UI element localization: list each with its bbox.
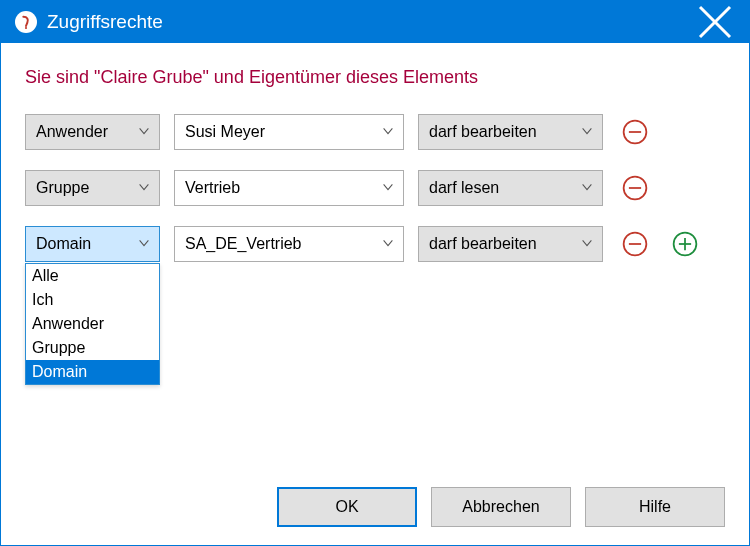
permission-row: Anwender Susi Meyer darf bearbeiten bbox=[25, 114, 725, 150]
permission-select-label: darf bearbeiten bbox=[429, 123, 580, 141]
permission-select[interactable]: darf lesen bbox=[418, 170, 603, 206]
chevron-down-icon bbox=[137, 180, 151, 197]
chevron-down-icon bbox=[381, 236, 395, 253]
remove-row-button[interactable] bbox=[617, 170, 653, 206]
permission-select-label: darf bearbeiten bbox=[429, 235, 580, 253]
window-title: Zugriffsrechte bbox=[47, 11, 695, 33]
add-row-button[interactable] bbox=[667, 226, 703, 262]
permission-select[interactable]: darf bearbeiten bbox=[418, 114, 603, 150]
ok-button[interactable]: OK bbox=[277, 487, 417, 527]
type-select[interactable]: Gruppe bbox=[25, 170, 160, 206]
dialog-footer: OK Abbrechen Hilfe bbox=[25, 469, 725, 527]
chevron-down-icon bbox=[580, 124, 594, 141]
target-select-label: SA_DE_Vertrieb bbox=[185, 235, 381, 253]
minus-circle-icon bbox=[621, 118, 649, 146]
type-option[interactable]: Domain bbox=[26, 360, 159, 384]
chevron-down-icon bbox=[381, 180, 395, 197]
permission-select[interactable]: darf bearbeiten bbox=[418, 226, 603, 262]
chevron-down-icon bbox=[580, 180, 594, 197]
type-select-label: Domain bbox=[36, 235, 137, 253]
type-option[interactable]: Anwender bbox=[26, 312, 159, 336]
chevron-down-icon bbox=[137, 236, 151, 253]
target-select-label: Vertrieb bbox=[185, 179, 381, 197]
chevron-down-icon bbox=[580, 236, 594, 253]
target-select[interactable]: SA_DE_Vertrieb bbox=[174, 226, 404, 262]
remove-row-button[interactable] bbox=[617, 114, 653, 150]
dialog-body: Sie sind "Claire Grube" und Eigentümer d… bbox=[1, 43, 749, 545]
app-icon bbox=[15, 11, 37, 33]
type-option[interactable]: Gruppe bbox=[26, 336, 159, 360]
close-button[interactable] bbox=[695, 1, 735, 43]
type-select[interactable]: Domain Alle Ich Anwender Gruppe Domain bbox=[25, 226, 160, 262]
plus-circle-icon bbox=[671, 230, 699, 258]
type-select-label: Anwender bbox=[36, 123, 137, 141]
chevron-down-icon bbox=[381, 124, 395, 141]
minus-circle-icon bbox=[621, 174, 649, 202]
titlebar: Zugriffsrechte bbox=[1, 1, 749, 43]
permission-row: Gruppe Vertrieb darf lesen bbox=[25, 170, 725, 206]
chevron-down-icon bbox=[137, 124, 151, 141]
permission-row: Domain Alle Ich Anwender Gruppe Domain S… bbox=[25, 226, 725, 262]
cancel-button[interactable]: Abbrechen bbox=[431, 487, 571, 527]
target-select-label: Susi Meyer bbox=[185, 123, 381, 141]
owner-info-text: Sie sind "Claire Grube" und Eigentümer d… bbox=[25, 67, 725, 88]
remove-row-button[interactable] bbox=[617, 226, 653, 262]
permission-rows: Anwender Susi Meyer darf bearbeiten Grup… bbox=[25, 114, 725, 262]
target-select[interactable]: Susi Meyer bbox=[174, 114, 404, 150]
type-dropdown-list: Alle Ich Anwender Gruppe Domain bbox=[25, 263, 160, 385]
type-select[interactable]: Anwender bbox=[25, 114, 160, 150]
type-option[interactable]: Ich bbox=[26, 288, 159, 312]
help-button[interactable]: Hilfe bbox=[585, 487, 725, 527]
target-select[interactable]: Vertrieb bbox=[174, 170, 404, 206]
permission-select-label: darf lesen bbox=[429, 179, 580, 197]
type-option[interactable]: Alle bbox=[26, 264, 159, 288]
type-select-label: Gruppe bbox=[36, 179, 137, 197]
minus-circle-icon bbox=[621, 230, 649, 258]
svg-point-1 bbox=[25, 27, 27, 29]
